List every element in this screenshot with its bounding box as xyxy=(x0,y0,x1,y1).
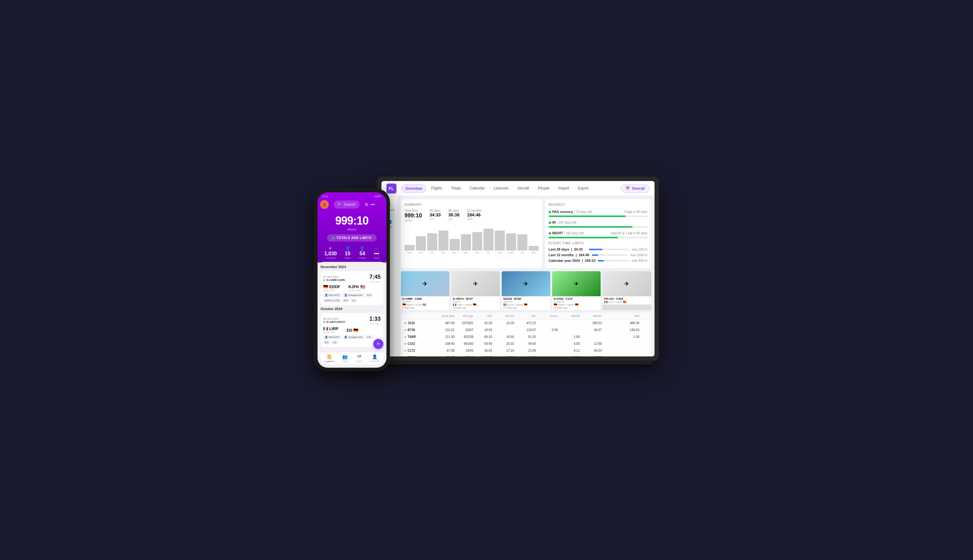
phone-search-bar[interactable]: 🔍 Search xyxy=(334,200,360,208)
phone-more-icon[interactable]: ••• xyxy=(370,202,375,207)
limits-label: FLIGHT TIME LIMITS xyxy=(549,242,648,245)
pbn-maps[interactable]: 🗺 Maps xyxy=(356,354,362,363)
table-row[interactable]: ▶ JS32 487:43 537/281 15:28 15:28 472:15… xyxy=(401,320,651,327)
tab-licences[interactable]: Licences xyxy=(490,184,512,193)
oct-tag-pic: PIC xyxy=(365,335,373,339)
photo-days-2: 17 days ago xyxy=(503,306,549,309)
photo-time-2: 23:45+6 xyxy=(503,300,549,303)
landings-icon: ✈ xyxy=(324,246,337,251)
phone-battery: 100% xyxy=(374,195,381,198)
types-icon: 👤 xyxy=(344,246,351,251)
phone-stat-more[interactable]: ··· ••• More xyxy=(373,246,379,259)
photo-reg-3: G-CHZI · C172 xyxy=(554,297,599,300)
add-flight-button[interactable]: + xyxy=(373,339,383,349)
phone-stat-people[interactable]: 👤 54 People xyxy=(358,246,367,259)
tab-flights[interactable]: Flights xyxy=(428,184,446,193)
phone-search-text: Search xyxy=(344,202,356,207)
td-aircraft-name-1: B738 xyxy=(408,328,415,332)
phone-status-bar: 9:41 100% xyxy=(318,192,387,199)
phone-stats-row: ✈ 1,030 Landings 👤 10 Types 👤 54 P xyxy=(318,243,387,262)
overall-button[interactable]: 📅 Overall xyxy=(621,185,650,193)
tag-self-pic: 👤 SELF•PIC xyxy=(323,293,342,297)
table-row[interactable]: ▶ TAMP 111:30 82/238 60:10 10:50 51:20 1… xyxy=(401,333,651,340)
td-picus-2: 10:50 xyxy=(492,335,514,338)
pbn-account-label: Account xyxy=(370,360,379,363)
phone-stat-landings[interactable]: ✈ 1,030 Landings xyxy=(324,246,337,259)
td-instr-2: 1:00 xyxy=(558,335,580,338)
pbn-pilots[interactable]: 👥 Pilots xyxy=(342,354,348,363)
phone-stat-types[interactable]: 👤 10 Types xyxy=(344,246,351,259)
phone-hours-label: Hours xyxy=(318,227,387,231)
chart-bar-1 xyxy=(416,236,426,250)
flight-card-nov-top: 03 Nov 2024 ✈ D-AIMB•A20N 7:45 ILS CAT I xyxy=(323,274,381,283)
limit-28days: Last 28 days | 34:33 max 100 hr xyxy=(549,247,648,251)
td-picus-4: 17:10 xyxy=(492,349,514,352)
table-row[interactable]: ▶ C152 108:40 94/260 59:40 15:10 49:00 5… xyxy=(401,340,651,347)
flight-card-nov[interactable]: 03 Nov 2024 ✈ D-AIMB•A20N 7:45 ILS CAT I xyxy=(321,271,383,305)
td-fldgs-5: 35/82 xyxy=(455,356,473,357)
phone-month-nov: November 2024 xyxy=(321,265,383,269)
stat-12months: 12 months 184:46 103 ↑ xyxy=(467,209,482,222)
table-row[interactable]: ▶ C172 57:08 23/45 36:03 17:10 21:05 5:1… xyxy=(401,347,651,354)
photo-info-4: PH-ACI · C303 🇮🇹 FCO + MAD 🇪🇸 xyxy=(603,296,651,305)
td-sic-2: 51:20 xyxy=(514,335,536,338)
tab-export[interactable]: Export xyxy=(574,184,593,193)
tag-night: NIGHT | 1:09 xyxy=(323,298,341,303)
photo-card-2[interactable]: ✈ NZZ29 · B738 23:45+6 🇺🇸 KJFK + EDDF 🇩🇪… xyxy=(501,271,550,310)
recency-night-dot xyxy=(549,230,552,236)
recency-pax-dot xyxy=(549,209,552,215)
flight-time-limits: FLIGHT TIME LIMITS Last 28 days | 34:33 … xyxy=(549,242,648,262)
phone-filter-icon[interactable]: ⚙ xyxy=(365,202,368,207)
tag-ifr: IFR xyxy=(342,298,349,303)
chart-label-11: Nov xyxy=(529,251,539,254)
table-body: ▶ JS32 487:43 537/281 15:28 15:28 472:15… xyxy=(401,320,651,357)
totals-label: TOTALS AND LIMITS xyxy=(337,236,372,240)
pbn-logbook-icon: 📒 xyxy=(327,354,332,359)
td-fldgs-0: 537/281 xyxy=(455,321,473,325)
flight-from-nov: 🇩🇪 EDDF xyxy=(323,284,340,289)
td-dual-1: 0:58 xyxy=(536,328,558,332)
photo-card-3[interactable]: ✈ G-CHZI · C172 32:28+33 🇩🇪 EDDF + EDDF … xyxy=(552,271,601,310)
phone-search-icon: 🔍 xyxy=(338,203,342,207)
phone-hours-display: 999:10 Hours xyxy=(318,211,387,232)
td-aircraft-name-5: TOBA xyxy=(408,356,417,357)
stat-total-value: 999:10 xyxy=(405,212,422,219)
tab-people[interactable]: People xyxy=(534,184,553,193)
laptop-content: ☰ Logbook 👥 Pilots xyxy=(382,196,655,357)
tab-overview[interactable]: Overview xyxy=(402,184,426,193)
td-total-5: 56:35 xyxy=(430,356,455,357)
table-row[interactable]: ▶ B738 131:01 62/67 19:56 110:07 0:58 44… xyxy=(401,327,651,333)
photo-card-4[interactable]: ✈ PH-ACI · C303 🇮🇹 FCO + MAD 🇪🇸 xyxy=(603,271,651,310)
flight-date-oct: 30 Oct 2024 xyxy=(323,317,345,320)
photo-card-0[interactable]: ✈ D-AIMB · A20N 12:06+5 🇩🇪 EDDF + KJFK 🇺… xyxy=(401,271,450,310)
photo-reg-1: D-ABYU · B737 xyxy=(453,297,498,300)
pbn-account[interactable]: 👤 Account xyxy=(370,354,379,363)
tab-totals[interactable]: Totals xyxy=(447,184,465,193)
pbn-logbook[interactable]: 📒 Logbook xyxy=(325,354,334,363)
laptop-base xyxy=(383,361,653,365)
recency-pax-title: PAX recency xyxy=(552,210,573,213)
td-instr-5: 5:00 xyxy=(558,356,580,357)
td-total-2: 111:30 xyxy=(430,335,455,338)
photo-time-0: 12:06+5 xyxy=(402,300,448,303)
tab-calendar[interactable]: Calendar xyxy=(466,184,489,193)
chart-label-9: Sept xyxy=(506,251,516,254)
stat-12-value: 184:46 xyxy=(467,212,482,217)
summary-panel: SUMMARY Total time 999:10 1030 ↑ 28 days xyxy=(401,199,542,268)
tab-import[interactable]: Import xyxy=(555,184,573,193)
people-value: 54 xyxy=(358,251,367,257)
td-total-0: 487:43 xyxy=(430,321,455,325)
tag-zwaeger: 👤 Zwaeger•SIC xyxy=(343,293,364,297)
table-row[interactable]: ▶ TOBA 56:35 35/82 52:35 46:50 4:00 5:00… xyxy=(401,354,651,357)
flight-dep-oct: 12:05 UTC xyxy=(323,331,338,334)
totals-and-limits-button[interactable]: TOTALS AND LIMITS xyxy=(327,234,377,242)
limit-calendar: Calendar year 2024 | 169:10 max 900 hr xyxy=(549,259,648,262)
photo-card-1[interactable]: ✈ D-ABYU · B737 5:18+3 🇮🇹 LIRP + EDDF 🇩🇪… xyxy=(451,271,500,310)
limit-cal-right: max 900 hr xyxy=(631,259,647,262)
recency-ir: IR | 260 days left xyxy=(549,220,648,228)
aircraft-photos-row: ✈ D-AIMB · A20N 12:06+5 🇩🇪 EDDF + KJFK 🇺… xyxy=(398,271,655,313)
tab-aircraft[interactable]: Aircraft xyxy=(513,184,533,193)
chart-label-0: Dec xyxy=(405,251,415,254)
pbn-pilots-icon: 👥 xyxy=(342,354,348,359)
flight-to-oct: ED 🇩🇪 xyxy=(347,328,358,333)
